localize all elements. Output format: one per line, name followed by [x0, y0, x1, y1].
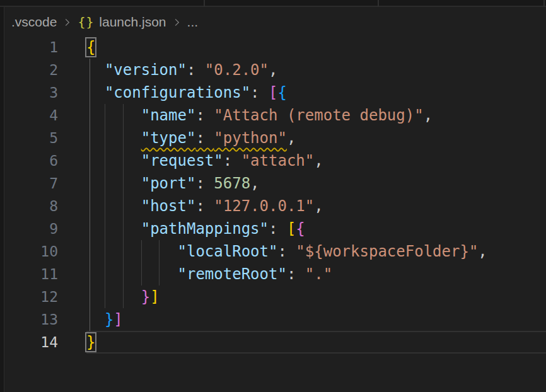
code-line[interactable]: "configurations": [{ — [58, 81, 287, 104]
token: "configurations" — [105, 84, 250, 101]
token: , — [424, 107, 433, 124]
line-number[interactable]: 1 — [5, 36, 58, 59]
token: "name" — [141, 107, 196, 124]
token: ] — [150, 288, 159, 306]
tab-bar[interactable] — [0, 0, 546, 7]
token — [86, 220, 141, 238]
line-number[interactable]: 8 — [5, 195, 58, 217]
code-editor[interactable]: 1{2 "version": "0.2.0",3 "configurations… — [5, 36, 546, 392]
code-row[interactable]: 12 }] — [5, 285, 546, 308]
code-line[interactable]: "version": "0.2.0", — [58, 59, 277, 81]
token: "port" — [141, 175, 196, 192]
tab-divider — [204, 0, 205, 7]
code-line[interactable]: } — [58, 331, 95, 354]
code-line[interactable]: }] — [58, 285, 160, 308]
code-row[interactable]: 2 "version": "0.2.0", — [5, 59, 546, 81]
token: "Attach (remote debug)" — [214, 107, 423, 124]
token: : — [195, 175, 214, 192]
code-line[interactable]: "port": 5678, — [58, 172, 260, 195]
token: , — [314, 197, 323, 215]
chevron-right-icon — [62, 18, 72, 27]
code-row[interactable]: 1{ — [5, 36, 546, 59]
line-number[interactable]: 9 — [5, 217, 58, 240]
code-line[interactable]: "request": "attach", — [58, 149, 323, 172]
token: "request" — [141, 152, 223, 170]
code-row[interactable]: 10 "localRoot": "${workspaceFolder}", — [5, 240, 546, 263]
code-row[interactable]: 4 "name": "Attach (remote debug)", — [5, 104, 546, 127]
code-line[interactable]: }] — [58, 308, 123, 331]
code-line[interactable]: "host": "127.0.0.1", — [58, 195, 323, 217]
breadcrumb-item-folder[interactable]: .vscode — [11, 14, 57, 30]
code-line[interactable]: { — [58, 36, 95, 59]
json-icon: {} — [78, 14, 94, 30]
line-number[interactable]: 10 — [5, 240, 58, 263]
line-number[interactable]: 5 — [5, 127, 58, 149]
token: "127.0.0.1" — [214, 197, 314, 215]
token — [86, 243, 178, 260]
token: { — [296, 220, 305, 238]
line-number[interactable]: 3 — [5, 81, 58, 104]
token: { — [277, 84, 286, 101]
token: "localRoot" — [178, 243, 278, 260]
bracket-match: { — [86, 38, 95, 56]
token: : — [223, 152, 241, 170]
token: , — [287, 129, 296, 147]
token: [ — [287, 220, 296, 238]
code-row[interactable]: 5 "type": "python", — [5, 127, 546, 149]
token: "attach" — [241, 152, 315, 170]
token: : — [277, 243, 296, 260]
breadcrumb-item-file[interactable]: {} launch.json — [78, 14, 166, 30]
line-number[interactable]: 4 — [5, 104, 58, 127]
code-row[interactable]: 7 "port": 5678, — [5, 172, 546, 195]
token: "version" — [105, 61, 187, 79]
token: : — [187, 61, 205, 79]
code-line[interactable]: "name": "Attach (remote debug)", — [58, 104, 433, 127]
token: "host" — [141, 197, 196, 215]
line-number[interactable]: 12 — [5, 285, 58, 308]
code-line[interactable]: "localRoot": "${workspaceFolder}", — [58, 240, 487, 263]
line-number[interactable]: 2 — [5, 59, 58, 81]
token: 5678 — [214, 175, 250, 192]
code-row[interactable]: 6 "request": "attach", — [5, 149, 546, 172]
tab-divider — [543, 0, 545, 7]
tab-divider — [378, 0, 379, 7]
line-number[interactable]: 6 — [5, 149, 58, 172]
token — [86, 129, 141, 147]
token: : — [195, 107, 214, 124]
breadcrumb-file-label: launch.json — [99, 14, 166, 29]
code-row[interactable]: 8 "host": "127.0.0.1", — [5, 195, 546, 217]
token — [86, 265, 178, 283]
token — [86, 175, 141, 192]
code-line[interactable]: "type": "python", — [58, 127, 296, 149]
code-row[interactable]: 9 "pathMappings": [{ — [5, 217, 546, 240]
line-number[interactable]: 13 — [5, 308, 58, 331]
token: "0.2.0" — [205, 61, 269, 79]
token: ] — [113, 311, 122, 328]
breadcrumb-item-symbol[interactable]: ... — [187, 14, 199, 30]
code-row[interactable]: 3 "configurations": [{ — [5, 81, 546, 104]
code-row[interactable]: 13 }] — [5, 308, 546, 331]
token: , — [478, 243, 487, 260]
token: "${workspaceFolder}" — [296, 243, 478, 260]
breadcrumb: .vscode {} launch.json ... — [5, 8, 546, 36]
line-number[interactable]: 14 — [5, 331, 58, 354]
token: "." — [305, 265, 332, 283]
token: [ — [269, 84, 277, 101]
code-row[interactable]: 14} — [5, 331, 546, 354]
code-row[interactable]: 11 "remoteRoot": "." — [5, 263, 546, 285]
token: : — [250, 84, 269, 101]
code-line[interactable]: "pathMappings": [{ — [58, 217, 305, 240]
token: , — [269, 61, 277, 79]
token: "pathMappings" — [141, 220, 269, 238]
line-number[interactable]: 7 — [5, 172, 58, 195]
token — [86, 152, 141, 170]
token: , — [250, 175, 259, 192]
token: "python" — [214, 129, 287, 147]
token: "remoteRoot" — [178, 265, 287, 283]
line-number[interactable]: 11 — [5, 263, 58, 285]
token: , — [314, 152, 323, 170]
token — [86, 84, 105, 101]
code-line[interactable]: "remoteRoot": "." — [58, 263, 332, 285]
token: } — [105, 311, 113, 328]
token: } — [141, 288, 150, 306]
